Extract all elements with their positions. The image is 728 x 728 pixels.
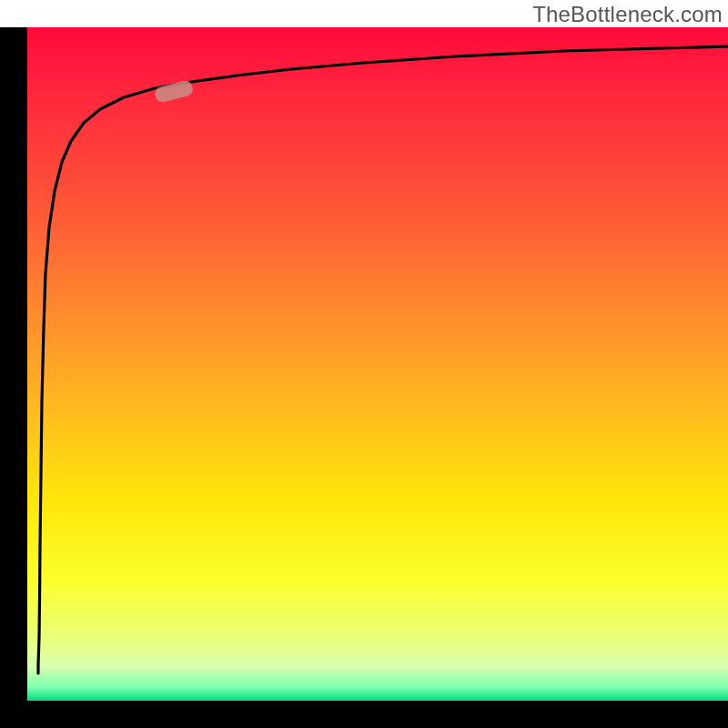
y-axis xyxy=(0,27,27,701)
x-axis xyxy=(0,701,728,728)
watermark-text: TheBottleneck.com xyxy=(532,2,723,27)
plot-gradient-background xyxy=(27,27,728,701)
chart-stage: TheBottleneck.com xyxy=(0,0,728,728)
